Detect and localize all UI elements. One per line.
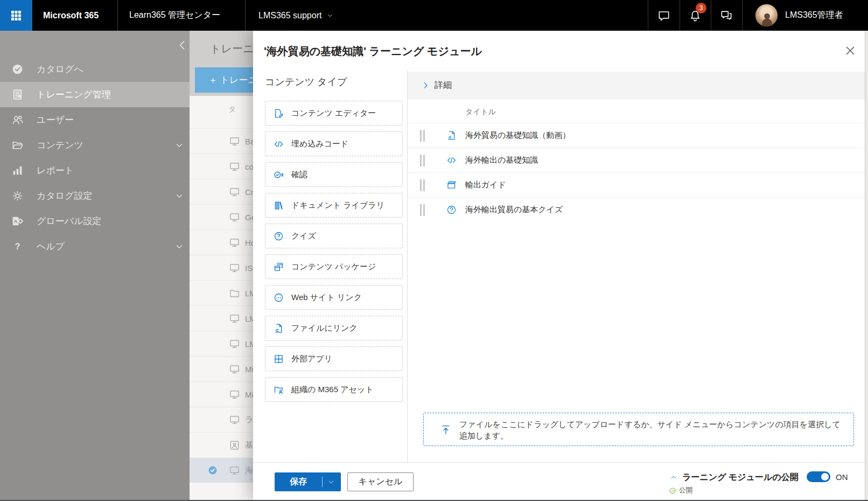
- content-type-button[interactable]: 組織の M365 アセット: [265, 377, 403, 402]
- sidebar-item-label: ヘルプ: [37, 240, 65, 253]
- sidebar-item[interactable]: コンテンツ: [0, 133, 190, 158]
- item-title: 海外輸出貿易の基本クイズ: [465, 205, 563, 215]
- table-row[interactable]: LM: [190, 280, 253, 305]
- table-row[interactable]: LM: [190, 305, 253, 331]
- file-dropzone[interactable]: ファイルをここにドラッグしてアップロードするか、サイド メニューからコンテンツの…: [423, 413, 854, 446]
- training-rows: Bar cou Cre Ge Ho: [190, 128, 253, 483]
- content-type-icon: [273, 200, 284, 211]
- drag-handle[interactable]: [420, 155, 425, 166]
- divider: [117, 0, 118, 31]
- sidebar-item[interactable]: ユーザー: [0, 107, 190, 133]
- table-row[interactable]: Ho: [190, 229, 253, 255]
- drag-handle[interactable]: [420, 130, 425, 142]
- feedback-button[interactable]: [711, 0, 742, 31]
- chevron-down-icon[interactable]: [327, 478, 335, 486]
- published-check-icon: [669, 487, 676, 495]
- table-row[interactable]: cou: [190, 154, 253, 179]
- sidebar-collapse-button[interactable]: [176, 38, 190, 52]
- content-type-button[interactable]: コンテンツ パッケージ: [265, 254, 403, 279]
- chat-button[interactable]: [648, 0, 680, 31]
- content-type-icon: [273, 323, 284, 334]
- drag-handle[interactable]: [420, 204, 425, 216]
- publish-status: 公開: [669, 486, 692, 495]
- app-launcher-button[interactable]: [0, 0, 32, 31]
- user-name[interactable]: LMS365管理者: [785, 0, 843, 31]
- admin-center-name[interactable]: Learn365 管理センター: [129, 0, 220, 31]
- notification-badge: 3: [696, 3, 706, 13]
- table-row[interactable]: ISO: [190, 255, 253, 280]
- save-button[interactable]: 保存: [275, 472, 341, 491]
- footer-divider: [253, 462, 865, 463]
- content-type-label: Web サイト リンク: [291, 293, 362, 303]
- content-type-label: ドキュメント ライブラリ: [291, 200, 384, 211]
- content-type-label: 組織の M365 アセット: [291, 385, 374, 395]
- content-type-button[interactable]: クイズ: [265, 224, 403, 248]
- table-row[interactable]: Bar: [190, 128, 253, 154]
- table-row[interactable]: Cre: [190, 179, 253, 204]
- sidebar-item[interactable]: レポート: [0, 158, 190, 183]
- content-type-icon: [273, 292, 284, 303]
- content-type-button[interactable]: コンテンツ エディター: [265, 101, 403, 126]
- table-row[interactable]: ラ: [190, 407, 253, 432]
- content-type-label: 埋め込みコード: [291, 139, 348, 149]
- content-type-button[interactable]: 外部アプリ: [265, 346, 403, 371]
- row-type-icon: [228, 211, 241, 224]
- row-type-icon: [228, 161, 241, 173]
- details-expander[interactable]: 詳細: [408, 72, 865, 99]
- column-header: タ: [228, 105, 236, 114]
- avatar[interactable]: [755, 4, 778, 27]
- sidebar-item-label: カタログへ: [37, 63, 83, 75]
- table-row[interactable]: Ge: [190, 204, 253, 229]
- chevron-down-icon: [174, 242, 184, 252]
- row-type-icon: [228, 186, 241, 198]
- title-column-header: タイトル: [465, 107, 496, 117]
- dialog-title: '海外貿易の基礎知識' ラーニング モジュール: [264, 44, 482, 59]
- sidebar-item-icon: [11, 138, 24, 152]
- sidebar-item[interactable]: ? ヘルプ: [0, 234, 190, 259]
- content-type-button[interactable]: 埋め込みコード: [265, 131, 403, 156]
- content-type-button[interactable]: 確認: [265, 162, 403, 187]
- sidebar-item-icon: [11, 189, 24, 203]
- content-type-button[interactable]: ドキュメント ライブラリ: [265, 193, 403, 218]
- sidebar-item[interactable]: A グローバル設定: [0, 208, 190, 234]
- content-type-panel: コンテンツ タイプ コンテンツ エディター 埋め込みコード 確認 ドキュメント …: [253, 70, 408, 462]
- content-type-button[interactable]: Web サイト リンク: [265, 285, 403, 310]
- notifications-button[interactable]: 3: [680, 0, 711, 31]
- chevron-down-icon: [326, 12, 334, 19]
- chevron-down-icon: [174, 141, 184, 150]
- table-row[interactable]: Mi: [190, 381, 253, 407]
- add-training-button[interactable]: ＋ トレーニ: [195, 67, 253, 93]
- chevron-up-icon[interactable]: [669, 473, 678, 482]
- table-row[interactable]: 基: [190, 432, 253, 457]
- sidebar-item[interactable]: カタログへ: [0, 57, 190, 82]
- content-type-button[interactable]: ファイルにリンク: [265, 316, 403, 340]
- drag-handle[interactable]: [420, 179, 425, 191]
- module-item-row: 海外貿易の基礎知識（動画）: [408, 123, 865, 148]
- publish-label: ラーニング モジュールの公開: [682, 472, 799, 483]
- table-row[interactable]: 海: [190, 457, 253, 483]
- close-icon[interactable]: [843, 44, 857, 58]
- tenant-switcher[interactable]: LMS365 support: [258, 0, 334, 31]
- sidebar-item-label: カタログ設定: [37, 190, 93, 202]
- sidebar-item[interactable]: カタログ設定: [0, 183, 190, 208]
- sidebar-item-icon: [11, 62, 24, 76]
- item-type-icon: [446, 155, 457, 166]
- svg-text:?: ?: [15, 242, 20, 251]
- module-item-row: 海外輸出の基礎知識: [408, 148, 865, 172]
- cancel-button[interactable]: キャンセル: [347, 472, 414, 491]
- content-type-icon: [273, 138, 284, 150]
- table-row[interactable]: Mi: [190, 356, 253, 381]
- upload-icon: [440, 423, 452, 436]
- publish-toggle[interactable]: [807, 471, 830, 482]
- content-type-label: 外部アプリ: [291, 354, 332, 364]
- table-row[interactable]: LM: [190, 331, 253, 356]
- sidebar-item[interactable]: トレーニング管理: [0, 82, 190, 107]
- product-name[interactable]: Microsoft 365: [43, 0, 99, 31]
- item-type-icon: [446, 204, 457, 215]
- content-type-icon: [273, 169, 284, 180]
- sidebar-item-label: グローバル設定: [37, 215, 102, 227]
- item-title: 海外輸出の基礎知識: [465, 155, 538, 165]
- row-type-icon: [228, 414, 241, 426]
- admin-sidebar: カタログへ トレーニング管理 ユーザー コンテンツ レポート カタログ: [0, 31, 190, 501]
- content-type-label: コンテンツ パッケージ: [291, 262, 376, 272]
